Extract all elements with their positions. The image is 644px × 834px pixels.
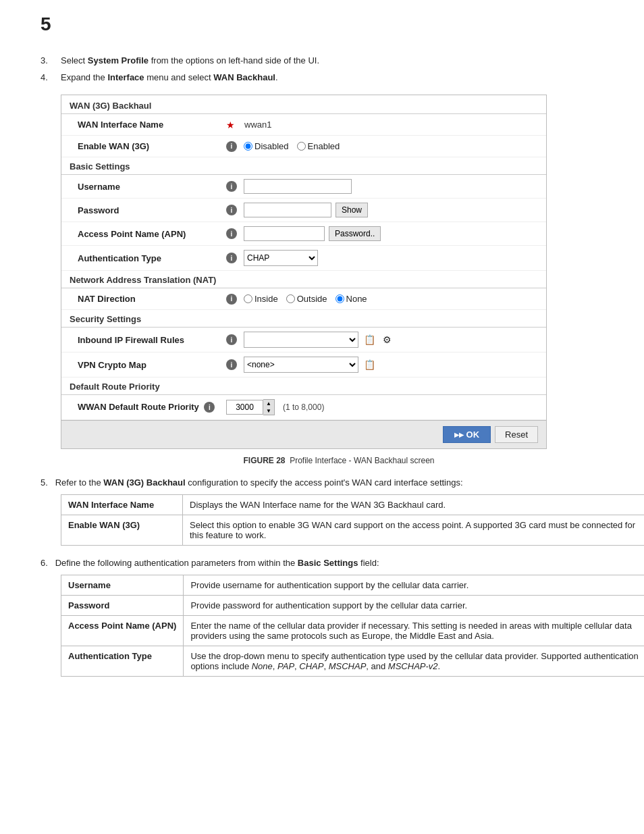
table2-desc-2: Enter the name of the cellular data prov… — [184, 616, 644, 646]
username-info-icon: i — [226, 181, 237, 192]
inbound-fw-gear-icon[interactable]: ⚙ — [380, 333, 394, 346]
wan-interface-name-label: WAN Interface Name — [78, 120, 226, 130]
auth-type-label: Authentication Type — [78, 253, 226, 263]
required-star-icon: ★ — [226, 120, 235, 130]
wwan-priority-row: WWAN Default Route Priority i ▲ ▼ (1 to … — [61, 395, 546, 420]
apn-input[interactable] — [244, 226, 325, 241]
table1-desc-0: Displays the WAN Interface name for the … — [183, 495, 645, 515]
show-password-button[interactable]: Show — [336, 203, 368, 217]
auth-type-select[interactable]: CHAP None PAP MSCHAP MSCHAP-v2 — [244, 250, 318, 266]
table2-desc-0: Provide username for authentication supp… — [184, 575, 644, 596]
inbound-fw-select[interactable] — [244, 332, 358, 348]
step-list: 3. Select System Profile from the option… — [41, 55, 617, 82]
nat-direction-label: NAT Direction — [78, 294, 226, 304]
nat-outside-label[interactable]: Outside — [286, 294, 327, 304]
nat-inside-text: Inside — [254, 294, 278, 304]
table-row: Authentication Type Use the drop-down me… — [61, 646, 645, 677]
wan-interface-name-row: WAN Interface Name ★ wwan1 — [61, 114, 546, 136]
vpn-crypto-controls: i <none> 📋 — [226, 357, 538, 373]
inbound-fw-info-icon: i — [226, 334, 237, 345]
table1-label-1: Enable WAN (3G) — [61, 515, 183, 546]
nat-direction-controls: i Inside Outside None — [226, 294, 538, 305]
nat-inside-label[interactable]: Inside — [244, 294, 278, 304]
nat-header: Network Address Translation (NAT) — [61, 271, 546, 288]
table1-desc-1: Select this option to enable 3G WAN card… — [183, 515, 645, 546]
wwan-priority-spinner-btns: ▲ ▼ — [263, 399, 275, 415]
step-3-text: Select System Profile from the options o… — [61, 55, 617, 66]
table-row: Password Provide password for authentica… — [61, 596, 645, 616]
figure-caption: FIGURE 28 Profile Interface - WAN Backha… — [61, 456, 617, 465]
enable-wan-info-icon: i — [226, 141, 237, 152]
nat-inside-radio[interactable] — [244, 294, 252, 303]
auth-type-info-icon: i — [226, 253, 237, 263]
username-input[interactable] — [244, 179, 352, 194]
vpn-crypto-select[interactable]: <none> — [244, 357, 358, 373]
wwan-priority-down-button[interactable]: ▼ — [263, 407, 274, 415]
username-row: Username i — [61, 175, 546, 199]
default-route-header: Default Route Priority — [61, 377, 546, 395]
enable-wan-label: Enable WAN (3G) — [78, 141, 226, 151]
inbound-fw-label: Inbound IP Firewall Rules — [78, 335, 226, 345]
nat-outside-radio[interactable] — [286, 294, 295, 303]
wwan-priority-label-text: WWAN Default Route Priority — [78, 402, 199, 412]
enable-wan-row: Enable WAN (3G) i Disabled Enabled — [61, 136, 546, 157]
inbound-fw-list-icon[interactable]: 📋 — [363, 333, 376, 346]
table-row: Access Point Name (APN) Enter the name o… — [61, 616, 645, 646]
vpn-crypto-info-icon: i — [226, 359, 237, 370]
wwan-priority-info-icon: i — [204, 402, 215, 413]
page-number: 5 — [41, 14, 617, 35]
nat-none-radio[interactable] — [336, 294, 344, 303]
table1-label-0: WAN Interface Name — [61, 495, 183, 515]
disabled-radio[interactable] — [244, 142, 252, 151]
step-4-num: 4. — [41, 72, 61, 82]
step-6-num: 6. — [41, 558, 53, 568]
table-row: Username Provide username for authentica… — [61, 575, 645, 596]
table2: Username Provide username for authentica… — [61, 575, 644, 677]
password-label: Password — [78, 205, 226, 215]
enabled-radio[interactable] — [297, 142, 306, 151]
auth-type-controls: i CHAP None PAP MSCHAP MSCHAP-v2 — [226, 250, 538, 266]
nat-radio-group: Inside Outside None — [244, 294, 367, 304]
panel-footer: OK Reset — [61, 420, 546, 448]
table2-label-0: Username — [61, 575, 184, 596]
table-row: Enable WAN (3G) Select this option to en… — [61, 515, 645, 546]
password-controls: i Show — [226, 203, 538, 217]
username-controls: i — [226, 179, 538, 194]
password-info-icon: i — [226, 205, 237, 215]
step-6-text: Define the following authentication para… — [55, 558, 379, 568]
enabled-radio-label[interactable]: Enabled — [297, 141, 340, 151]
ok-button[interactable]: OK — [443, 426, 491, 443]
nat-outside-text: Outside — [297, 294, 327, 304]
reset-button[interactable]: Reset — [495, 426, 538, 443]
disabled-radio-label[interactable]: Disabled — [244, 141, 289, 151]
disabled-label: Disabled — [254, 141, 289, 151]
wan-panel-title: WAN (3G) Backhaul — [61, 95, 546, 114]
table2-label-3: Authentication Type — [61, 646, 184, 677]
basic-settings-header: Basic Settings — [61, 157, 546, 175]
inbound-fw-row: Inbound IP Firewall Rules i 📋 ⚙ — [61, 328, 546, 353]
figure-caption-text: Profile Interface - WAN Backhaul screen — [290, 456, 434, 465]
table2-label-2: Access Point Name (APN) — [61, 616, 184, 646]
apn-row: Access Point Name (APN) i Password.. — [61, 222, 546, 246]
wwan-priority-label: WWAN Default Route Priority i — [78, 402, 226, 413]
figure-number: FIGURE 28 — [244, 456, 286, 465]
apn-info-icon: i — [226, 228, 237, 239]
nat-none-text: None — [346, 294, 367, 304]
password-input[interactable] — [244, 203, 331, 217]
wan-interface-name-controls: ★ wwan1 — [226, 120, 538, 130]
wwan-priority-up-button[interactable]: ▲ — [263, 400, 274, 407]
step-5: 5. Refer to the WAN (3G) Backhaul config… — [41, 477, 617, 488]
security-settings-header: Security Settings — [61, 310, 546, 328]
inbound-fw-controls: i 📋 ⚙ — [226, 332, 538, 348]
table2-desc-1: Provide password for authentication supp… — [184, 596, 644, 616]
apn-controls: i Password.. — [226, 226, 538, 241]
vpn-crypto-list-icon[interactable]: 📋 — [363, 358, 376, 371]
step-5-text: Refer to the WAN (3G) Backhaul configura… — [55, 477, 463, 488]
table1: WAN Interface Name Displays the WAN Inte… — [61, 494, 644, 546]
vpn-crypto-row: VPN Crypto Map i <none> 📋 — [61, 353, 546, 377]
step-4-text: Expand the Interface menu and select WAN… — [61, 72, 617, 82]
nat-none-label[interactable]: None — [336, 294, 367, 304]
apn-password-button[interactable]: Password.. — [329, 226, 381, 241]
wwan-priority-input[interactable] — [226, 400, 263, 415]
password-row: Password i Show — [61, 199, 546, 222]
